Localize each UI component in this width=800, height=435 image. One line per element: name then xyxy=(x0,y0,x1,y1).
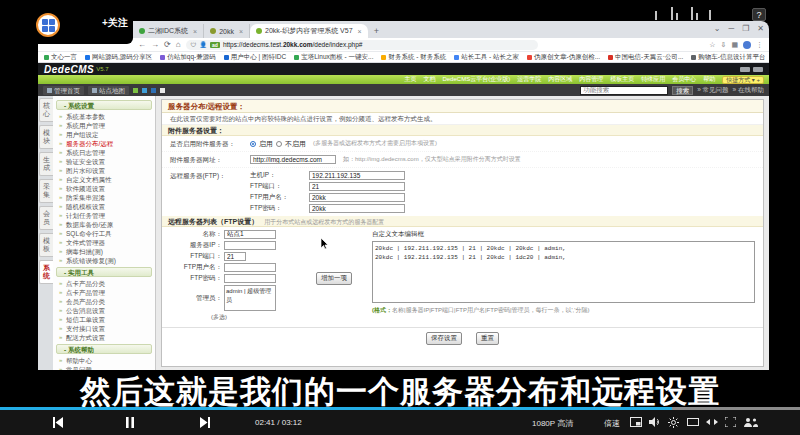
window-close-button[interactable]: ✕ xyxy=(757,25,764,33)
window-minimize-button[interactable]: ─ xyxy=(728,25,734,33)
nav-item[interactable]: 内容管理 xyxy=(579,75,603,84)
nav-item[interactable]: 运营学院 xyxy=(517,75,541,84)
sidebar-group-title-help[interactable]: 系统帮助 xyxy=(56,344,152,354)
quality-button[interactable]: 1080P 高清 xyxy=(532,418,573,429)
menu-icon[interactable]: ⋮ xyxy=(756,41,763,49)
sidebar-item[interactable]: 点卡产品分类 xyxy=(55,279,153,288)
bookmark-item[interactable]: 财务系统 - 财务系统 xyxy=(381,53,446,62)
sidebar-item[interactable]: 点卡产品管理 xyxy=(55,288,153,297)
ftp-pwd-input[interactable] xyxy=(309,204,405,213)
back-icon[interactable]: ← xyxy=(138,41,146,49)
sidebar-item[interactable]: 帮助中心 xyxy=(55,356,153,365)
nav-item[interactable]: 内容区域 xyxy=(548,75,572,84)
browser-tab-2[interactable]: 20kk × xyxy=(204,24,250,38)
adblock-badge[interactable]: ad xyxy=(210,42,220,48)
sidebar-item[interactable]: 防采集串混淆 xyxy=(55,193,153,202)
radio-enable-on[interactable] xyxy=(250,141,256,147)
sidebar-item[interactable]: 系统基本参数 xyxy=(55,112,153,121)
site-name-input[interactable] xyxy=(224,230,276,239)
settings-gear-icon[interactable] xyxy=(668,417,679,428)
radio-off-label[interactable]: 不启用 xyxy=(285,138,306,149)
sidebar-item[interactable]: 计划任务管理 xyxy=(55,211,153,220)
site-map-button[interactable]: 站点地图 xyxy=(88,86,129,95)
sidebar-item[interactable]: 公告消息设置 xyxy=(55,306,153,315)
bookmark-item[interactable]: 伪原创文章-伪原创检... xyxy=(527,53,600,62)
sidebar-item[interactable]: 配送方式设置 xyxy=(55,333,153,342)
next-button[interactable] xyxy=(199,417,211,428)
ftp-user-input[interactable] xyxy=(309,193,405,202)
sidebar-group-title-tools[interactable]: 实用工具 xyxy=(56,267,152,277)
speed-button[interactable]: 倍速 xyxy=(604,418,620,429)
bookmark-item[interactable]: 站长工具 - 站长之家 xyxy=(454,53,519,62)
browser-avatar[interactable] xyxy=(743,41,751,49)
online-help-link[interactable]: » 在线帮助 xyxy=(733,86,764,95)
sidebar-item[interactable]: 服务器分布/远程 xyxy=(55,139,153,148)
tab-close-icon[interactable]: × xyxy=(239,28,243,35)
sidebar-item[interactable]: 系统日志管理 xyxy=(55,148,153,157)
uploader-avatar[interactable] xyxy=(36,13,60,37)
tab-search-chevron-icon[interactable]: ⌄ xyxy=(714,25,721,33)
module-tab[interactable]: 采集 xyxy=(39,179,53,203)
radio-on-label[interactable]: 启用 xyxy=(259,138,273,149)
cinema-mode-icon[interactable] xyxy=(687,417,699,427)
prev-button[interactable] xyxy=(52,417,64,428)
sidebar-item[interactable]: 系统用户管理 xyxy=(55,121,153,130)
sidebar-group-title-system[interactable]: 系统设置 xyxy=(56,100,152,110)
nav-item[interactable]: 会员中心 xyxy=(672,75,696,84)
module-tab[interactable]: 模块 xyxy=(39,125,53,149)
bookmark-star-icon[interactable]: ☆ xyxy=(709,41,715,49)
module-tab[interactable]: 生成 xyxy=(39,152,53,176)
members-icon[interactable] xyxy=(744,417,758,427)
url-input[interactable]: 🛡 👤 ad https://dedecms.test.20kk.com/ded… xyxy=(186,40,538,50)
module-tab[interactable]: 核心 xyxy=(39,98,53,122)
server-list-textarea[interactable]: 20kdc | 192.211.192.135 | 21 | 20kdc | 2… xyxy=(372,241,755,303)
sidebar-item[interactable]: 常见问题 xyxy=(55,365,153,370)
attachment-url-input[interactable] xyxy=(250,155,336,164)
faq-link[interactable]: » 常见问题 xyxy=(697,86,728,95)
bookmark-item[interactable]: 购物车-信息设计算平台 xyxy=(691,53,765,62)
window-maximize-button[interactable]: ❐ xyxy=(742,25,749,33)
download-icon[interactable]: ⇩ xyxy=(721,41,727,49)
sidebar-item[interactable]: 自定义文档属性 xyxy=(55,175,153,184)
browser-tab-3-active[interactable]: 20kk-织梦内容管理系统 V57 × xyxy=(250,24,368,38)
sidebar-item[interactable]: 文件式管理器 xyxy=(55,238,153,247)
list-port-input[interactable] xyxy=(224,252,246,261)
web-fullscreen-icon[interactable] xyxy=(725,417,736,427)
sidebar-item[interactable]: 用户组设定 xyxy=(55,130,153,139)
extensions-icon[interactable]: ▦ xyxy=(731,41,738,49)
reset-button[interactable]: 重置 xyxy=(476,332,499,345)
home-icon[interactable]: ⌂ xyxy=(176,41,181,49)
sidebar-item[interactable]: 病毒扫描(测) xyxy=(55,247,153,256)
shortcut-button[interactable]: 快捷方式 ▾ + xyxy=(722,76,764,84)
nav-item[interactable]: DedeCMS云平台(企业版) xyxy=(442,75,510,84)
sidebar-item[interactable]: 图片水印设置 xyxy=(55,166,153,175)
help-button[interactable]: ? xyxy=(752,8,766,21)
save-settings-button[interactable]: 保存设置 xyxy=(426,332,462,345)
sidebar-item[interactable]: 软件频道设置 xyxy=(55,184,153,193)
bookmark-item[interactable]: 仿站加qq-兼源码 xyxy=(160,53,215,62)
bookmark-item[interactable]: 网站源码,源码分享区 xyxy=(85,53,152,62)
list-user-input[interactable] xyxy=(224,263,276,272)
sidebar-item[interactable]: 验证安全设置 xyxy=(55,157,153,166)
tab-close-icon[interactable]: × xyxy=(358,28,362,35)
wide-screen-icon[interactable] xyxy=(706,417,718,427)
sidebar-item[interactable]: 会员产品分类 xyxy=(55,297,153,306)
bookmark-item[interactable]: 文心一言 xyxy=(44,53,77,62)
sidebar-item[interactable]: 短信工单设置 xyxy=(55,315,153,324)
nav-item[interactable]: 文档 xyxy=(423,75,435,84)
module-tab[interactable]: 会员 xyxy=(39,206,53,230)
shield-icon[interactable]: 🛡 xyxy=(191,42,197,48)
tab-close-icon[interactable]: × xyxy=(193,28,197,35)
admin-listbox[interactable]: admin | 超级管理员 xyxy=(224,285,276,311)
add-item-button[interactable]: 增加一项 xyxy=(316,272,352,285)
admin-home-button[interactable]: 管理首页 xyxy=(43,86,84,95)
browser-tab-1[interactable]: 二湘IDC系统 × xyxy=(133,24,204,38)
bookmark-item[interactable]: 中国电信-天翼云·公司... xyxy=(608,53,683,62)
function-search-input[interactable] xyxy=(580,86,668,95)
sidebar-item[interactable]: SQL命令行工具 xyxy=(55,229,153,238)
sidebar-item[interactable]: 数据库备份/还原 xyxy=(55,220,153,229)
nav-item[interactable]: 主页 xyxy=(404,75,416,84)
nav-item[interactable]: 帮助 xyxy=(703,75,715,84)
new-tab-button[interactable]: + xyxy=(374,26,379,36)
ftp-port-input[interactable] xyxy=(309,182,405,191)
